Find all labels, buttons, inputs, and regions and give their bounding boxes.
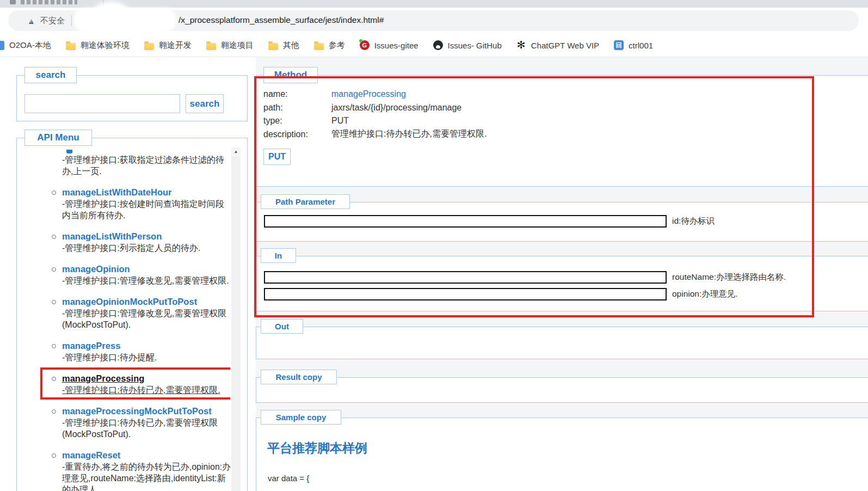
bookmarks-bar: O2OA-本地 翱途体验环境 翱途开发 翱途项目 其他 参考 Issues-gi… xyxy=(0,34,868,57)
api-menu-item[interactable]: managePress -管理维护接口:待办提醒. xyxy=(62,340,230,363)
search-panel: search search xyxy=(16,75,248,121)
address-bar[interactable]: ▲ ! 不安全 92 /x_processplatform_assemble_s… xyxy=(8,10,859,31)
omnibox-separator xyxy=(71,15,72,26)
bookmark-item[interactable]: 翱途体验环境 xyxy=(66,40,130,51)
api-menu-item[interactable]: manageProcessingMockPutToPost -管理维护接口:待办… xyxy=(62,405,230,440)
api-menu-item[interactable]: manageListWithPerson -管理维护接口:列示指定人员的待办. xyxy=(62,230,230,254)
search-input[interactable] xyxy=(24,94,180,113)
method-row: path: jaxrs/task/{id}/processing/manage xyxy=(263,101,487,115)
bookmark-item[interactable]: Issues- GitHub xyxy=(433,40,502,50)
result-copy-legend: Result copy xyxy=(261,370,337,384)
method-row-label: type: xyxy=(263,116,331,126)
method-row-label: name: xyxy=(263,89,331,99)
api-menu-scroll-area[interactable]: -管理维护接口:获取指定过滤条件过滤的待办,上一页. manageListWit… xyxy=(17,143,230,491)
section-gap xyxy=(256,311,868,327)
path-parameter-input[interactable] xyxy=(264,215,667,228)
blur-blob xyxy=(93,1,130,27)
api-menu-item[interactable]: manageListWithDateHour -管理维护接口:按创建时间查询指定… xyxy=(62,186,230,221)
not-secure-warning-icon[interactable]: ▲ ! xyxy=(27,16,36,25)
bookmark-label: Issues-gitee xyxy=(374,41,418,50)
http-verb-button[interactable]: PUT xyxy=(263,149,291,165)
url-text: /x_processplatform_assemble_surface/jest… xyxy=(178,15,384,25)
browser-tab[interactable] xyxy=(0,0,103,8)
bookmark-icon xyxy=(360,40,370,50)
api-method-link[interactable]: manageProcessing xyxy=(62,372,230,384)
api-method-link[interactable]: manageOpinion xyxy=(62,263,230,275)
api-method-description: -管理维护接口:按创建时间查询指定时间段内当前所有待办. xyxy=(62,198,230,221)
bookmark-item[interactable]: ctrl001 xyxy=(614,40,653,50)
api-menu-item[interactable]: manageReset -重置待办,将之前的待办转为已办,opinion:办理意… xyxy=(62,449,230,491)
section-gap xyxy=(256,242,868,256)
api-menu-scrollbar[interactable]: ▲ xyxy=(231,147,241,491)
bookmark-icon xyxy=(0,41,4,50)
api-method-description: -管理维护接口:列示指定人员的待办. xyxy=(62,242,230,254)
api-menu-item[interactable]: -管理维护接口:获取指定过滤条件过滤的待办,上一页. xyxy=(62,148,230,177)
parameter-row: opinion:办理意见. xyxy=(264,287,738,300)
bookmark-label: ctrl001 xyxy=(629,41,653,50)
bookmark-item[interactable]: 参考 xyxy=(314,40,345,51)
api-method-link[interactable]: manageOpinionMockPutToPost xyxy=(62,296,230,308)
api-method-link[interactable]: manageProcessingMockPutToPost xyxy=(62,405,230,417)
bookmark-item[interactable]: 其他 xyxy=(268,40,299,51)
method-row: type: PUT xyxy=(263,114,487,128)
bookmark-icon xyxy=(144,43,154,50)
api-menu-item[interactable]: manageOpinion -管理维护接口:管理修改意见,需要管理权限. xyxy=(62,263,230,286)
in-legend: In xyxy=(261,248,296,263)
bookmark-item[interactable]: 翱途开发 xyxy=(144,40,192,51)
bookmark-item[interactable]: O2OA-本地 xyxy=(0,40,51,51)
method-row-label: path: xyxy=(263,103,331,113)
method-row-label: description: xyxy=(263,130,331,139)
method-legend: Method xyxy=(263,67,318,83)
in-routename-label: routeName:办理选择路由名称. xyxy=(672,272,786,283)
bookmark-label: Issues- GitHub xyxy=(448,41,502,50)
method-row-value: PUT xyxy=(331,116,349,126)
api-method-link[interactable]: managePress xyxy=(62,340,230,352)
search-button[interactable]: search xyxy=(186,94,224,113)
bookmark-item[interactable]: Issues-gitee xyxy=(360,40,418,50)
in-opinion-input[interactable] xyxy=(264,288,667,300)
api-method-description: -管理维护接口:获取指定过滤条件过滤的待办,上一页. xyxy=(62,154,230,177)
out-panel: Out xyxy=(256,327,868,359)
address-bar-row: ▲ ! 不安全 92 /x_processplatform_assemble_s… xyxy=(0,8,868,34)
tab-favicon-icon xyxy=(10,0,16,4)
api-method-description: -管理维护接口:管理修改意见,需要管理权限. xyxy=(62,275,230,286)
bookmark-icon xyxy=(314,43,324,50)
url-zone[interactable]: 92 /x_processplatform_assemble_surface/j… xyxy=(77,10,859,31)
api-method-link[interactable] xyxy=(62,148,230,154)
bookmark-label: ChatGPT Web VIP xyxy=(531,41,599,50)
out-legend: Out xyxy=(261,319,303,334)
bookmark-item[interactable]: 翱途项目 xyxy=(206,40,254,51)
path-parameter-legend: Path Parameter xyxy=(261,194,350,209)
api-menu-panel: API Menu -管理维护接口:获取指定过滤条件过滤的待办,上一页. mana… xyxy=(16,138,248,491)
sample-copy-panel: Sample copy 平台推荐脚本样例 var data = { xyxy=(256,418,868,491)
api-method-description: -管理维护接口:待办转已办,需要管理权限. xyxy=(62,384,230,396)
bookmark-label: O2OA-本地 xyxy=(9,40,51,51)
method-row: name: manageProcessing xyxy=(263,88,487,101)
search-panel-legend: search xyxy=(24,67,77,83)
section-gap xyxy=(256,359,868,377)
in-routename-input[interactable] xyxy=(264,271,667,284)
api-method-description: -管理维护接口:待办转已办,需要管理权限 (MockPostToPut). xyxy=(62,417,230,440)
sample-code-line: var data = { xyxy=(268,474,309,483)
bookmark-label: 翱途开发 xyxy=(159,40,192,51)
section-gap xyxy=(256,57,868,75)
method-row-value: jaxrs/task/{id}/processing/manage xyxy=(331,103,461,113)
api-method-description: -管理维护接口:待办提醒. xyxy=(62,352,230,363)
method-panel: Method name: manageProcessing path: jaxr… xyxy=(256,75,868,187)
sample-heading: 平台推荐脚本样例 xyxy=(267,440,367,457)
api-method-link[interactable]: manageListWithPerson xyxy=(62,230,230,242)
api-menu-item[interactable]: manageProcessing -管理维护接口:待办转已办,需要管理权限. xyxy=(62,372,230,396)
scrollbar-up-arrow-icon[interactable]: ▲ xyxy=(231,147,241,157)
bookmark-icon xyxy=(206,43,216,50)
section-gap xyxy=(256,403,868,418)
sample-copy-legend: Sample copy xyxy=(261,410,341,425)
bookmark-item[interactable]: ChatGPT Web VIP xyxy=(516,40,599,50)
api-method-link[interactable]: manageListWithDateHour xyxy=(62,186,230,198)
api-menu-item[interactable]: manageOpinionMockPutToPost -管理维护接口:管理修改意… xyxy=(62,296,230,330)
bookmark-icon xyxy=(614,40,624,50)
in-panel: In routeName:办理选择路由名称. opinion:办理意见. xyxy=(256,256,868,311)
api-method-link[interactable]: manageReset xyxy=(62,449,230,461)
method-row: description: 管理维护接口:待办转已办,需要管理权限. xyxy=(263,128,487,142)
page-content: search search API Menu -管理维护接口:获取指定过滤条件过… xyxy=(0,57,868,491)
bookmark-icon xyxy=(268,43,278,50)
